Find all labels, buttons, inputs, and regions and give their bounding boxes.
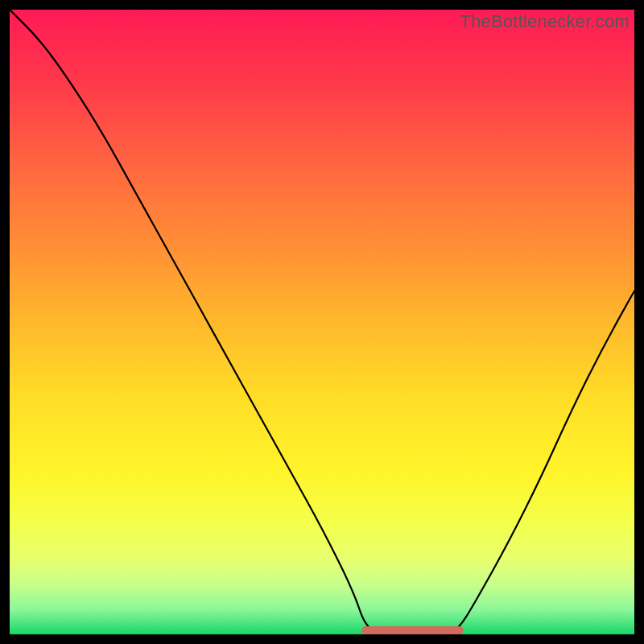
plot-area: TheBottlenecker.com — [10, 10, 634, 634]
curve-path — [10, 10, 634, 634]
chart-frame: TheBottlenecker.com — [0, 0, 644, 644]
bottleneck-curve — [10, 10, 634, 634]
